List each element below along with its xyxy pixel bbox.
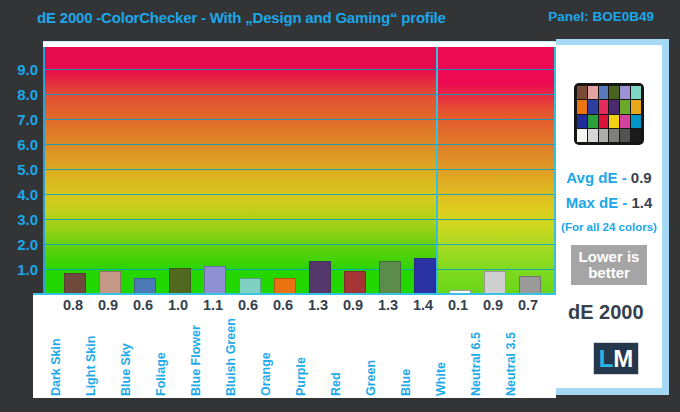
badge-line2: better xyxy=(588,264,630,281)
y-tick-label: 3.0 xyxy=(0,211,38,228)
swatch-cell xyxy=(599,115,609,128)
lm-logo: LM xyxy=(593,342,639,375)
plot-area xyxy=(43,41,556,293)
y-tick-label: 4.0 xyxy=(0,186,38,203)
info-sidebar: Avg dE - 0.9 Max dE - 1.4 (For all 24 co… xyxy=(556,39,669,395)
swatch-cell xyxy=(577,100,587,113)
bar-orange xyxy=(274,278,296,293)
max-de-label: Max dE - xyxy=(566,194,632,211)
swatch-cell xyxy=(588,129,598,142)
swatch-cell xyxy=(599,129,609,142)
bar-blue-sky xyxy=(134,278,156,293)
gridline xyxy=(45,94,554,95)
swatch-cell xyxy=(631,129,641,142)
y-tick-label: 1.0 xyxy=(0,261,38,278)
avg-de-stat: Avg dE - 0.9 xyxy=(556,167,662,188)
swatch-cell xyxy=(620,115,630,128)
y-tick-label: 2.0 xyxy=(0,236,38,253)
y-tick-label: 5.0 xyxy=(0,161,38,178)
avg-de-value: 0.9 xyxy=(631,169,652,186)
lower-is-better-badge: Lower is better xyxy=(571,245,648,285)
swatch-cell xyxy=(577,115,587,128)
max-de-value: 1.4 xyxy=(632,194,653,211)
bar-dark-skin xyxy=(64,273,86,293)
gridline xyxy=(45,169,554,170)
swatch-cell xyxy=(577,86,587,99)
avg-de-label: Avg dE - xyxy=(566,169,630,186)
y-tick-label: 8.0 xyxy=(0,86,38,103)
bar-foliage xyxy=(169,268,191,293)
bar-green xyxy=(379,261,401,294)
chart-title: dE 2000 -ColorChecker - With „Design and… xyxy=(37,9,446,26)
metric-label: dE 2000 xyxy=(556,301,662,324)
category-label: White xyxy=(434,310,450,396)
category-label: Light Skin xyxy=(84,310,100,396)
x-axis-panel: 0.8Dark Skin0.9Light Skin0.6Blue Sky1.0F… xyxy=(33,293,556,398)
swatch-cell xyxy=(620,100,630,113)
gridline xyxy=(45,194,554,195)
swatch-cell xyxy=(609,86,619,99)
bar-light-skin xyxy=(99,271,121,294)
bar-white xyxy=(449,290,471,293)
category-label: Foliage xyxy=(154,310,170,396)
gridline xyxy=(45,269,554,270)
gridline xyxy=(45,244,554,245)
category-label: Orange xyxy=(259,310,275,396)
y-tick-label: 7.0 xyxy=(0,111,38,128)
swatch-cell xyxy=(609,100,619,113)
bar-blue-flower xyxy=(204,266,226,294)
swatch-cell xyxy=(609,129,619,142)
category-label: Neutral 6.5 xyxy=(469,310,485,396)
bar-blue xyxy=(414,258,436,293)
colorchecker-swatch-image xyxy=(574,83,644,145)
category-label: Red xyxy=(329,310,345,396)
badge-line1: Lower is xyxy=(579,248,640,265)
colorchecker-chart: dE 2000 -ColorChecker - With „Design and… xyxy=(0,0,680,412)
y-tick-label: 6.0 xyxy=(0,136,38,153)
swatch-cell xyxy=(631,115,641,128)
category-label: Purple xyxy=(294,310,310,396)
swatch-cell xyxy=(620,86,630,99)
neutral-section-background xyxy=(436,47,554,293)
bar-bluish-green xyxy=(239,278,261,293)
lm-logo-l: L xyxy=(599,342,614,375)
max-de-stat: Max dE - 1.4 xyxy=(556,192,662,213)
swatch-cell xyxy=(609,115,619,128)
plot-gradient xyxy=(43,47,556,293)
panel-id-label: Panel: BOE0B49 xyxy=(548,9,654,24)
category-label: Blue Flower xyxy=(189,310,205,396)
swatch-cell xyxy=(631,100,641,113)
swatch-cell xyxy=(599,86,609,99)
category-label: Bluish Green xyxy=(224,310,240,396)
bar-red xyxy=(344,271,366,294)
gridline xyxy=(45,69,554,70)
lm-logo-m: M xyxy=(613,342,633,375)
category-label: Dark Skin xyxy=(49,310,65,396)
gridline xyxy=(45,219,554,220)
swatch-cell xyxy=(588,115,598,128)
gridline xyxy=(45,119,554,120)
bar-neutral-3-5 xyxy=(519,276,541,294)
swatch-cell xyxy=(599,100,609,113)
category-label: Green xyxy=(364,310,380,396)
swatch-cell xyxy=(631,86,641,99)
swatch-cell xyxy=(588,100,598,113)
y-tick-label: 9.0 xyxy=(0,61,38,78)
swatch-cell xyxy=(577,129,587,142)
category-label: Blue xyxy=(399,310,415,396)
category-label: Blue Sky xyxy=(119,310,135,396)
swatch-cell xyxy=(588,86,598,99)
gridline xyxy=(45,144,554,145)
category-label: Neutral 3.5 xyxy=(504,310,520,396)
bar-neutral-6-5 xyxy=(484,271,506,294)
swatch-cell xyxy=(620,129,630,142)
all-colors-note: (For all 24 colors) xyxy=(556,221,662,233)
info-sidebar-inner: Avg dE - 0.9 Max dE - 1.4 (For all 24 co… xyxy=(556,45,662,388)
bar-purple xyxy=(309,261,331,294)
